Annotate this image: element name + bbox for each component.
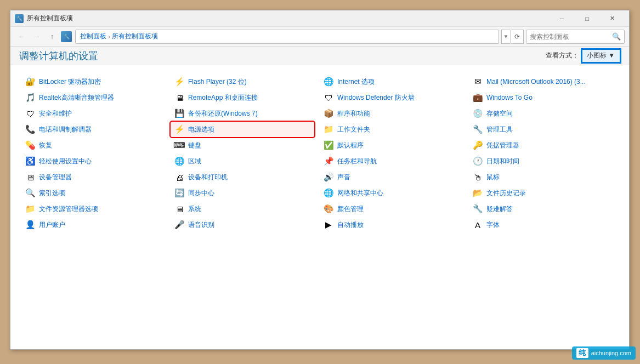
cp-item-keyboard[interactable]: ⌨键盘 — [171, 138, 314, 153]
troubleshoot-label: 疑难解答 — [486, 204, 513, 214]
file-history-label: 文件历史记录 — [486, 189, 526, 198]
cp-item-power[interactable]: ⚡电源选项 — [171, 122, 314, 137]
view-dropdown[interactable]: 小图标 ▼ — [582, 49, 620, 62]
cp-item-taskbar[interactable]: 📌任务栏和导航 — [320, 153, 463, 169]
watermark-text: aichunjing.com — [591, 350, 631, 356]
forward-button[interactable]: → — [30, 30, 43, 43]
cp-item-mail[interactable]: ✉Mail (Microsoft Outlook 2016) (3... — [469, 74, 613, 89]
cp-item-network[interactable]: 🌐网络和共享中心 — [320, 185, 463, 201]
cp-item-color-mgmt[interactable]: 🎨颜色管理 — [320, 201, 463, 217]
remoteapp-icon: 🖥 — [174, 92, 185, 103]
cp-item-sound[interactable]: 🔊声音 — [320, 169, 463, 185]
cp-item-default[interactable]: ✅默认程序 — [320, 138, 463, 153]
cp-item-internet[interactable]: 🌐Internet 选项 — [320, 74, 463, 89]
search-input[interactable] — [530, 33, 612, 41]
index-icon: 🔍 — [25, 187, 36, 198]
title-bar: 🔧 所有控制面板项 ─ □ ✕ — [10, 10, 629, 27]
admin-tools-label: 管理工具 — [486, 125, 513, 134]
cp-item-index[interactable]: 🔍索引选项 — [21, 185, 165, 201]
path-control-panel[interactable]: 控制面板 — [80, 32, 106, 41]
programs-icon: 📦 — [323, 108, 334, 119]
column-col4: ✉Mail (Microsoft Outlook 2016) (3...💼Win… — [469, 74, 618, 233]
color-mgmt-label: 颜色管理 — [337, 204, 364, 214]
cp-item-admin-tools[interactable]: 🔧管理工具 — [469, 122, 613, 137]
cp-item-defender[interactable]: 🛡Windows Defender 防火墙 — [320, 90, 463, 105]
security-label: 安全和维护 — [39, 109, 72, 118]
defender-icon: 🛡 — [323, 92, 334, 103]
autoplay-icon: ▶ — [323, 219, 334, 230]
region-label: 区域 — [188, 157, 201, 166]
cp-item-mouse[interactable]: 🖱鼠标 — [469, 169, 613, 185]
sound-icon: 🔊 — [323, 172, 334, 183]
realtek-icon: 🎵 — [25, 92, 36, 103]
phone-icon: 📞 — [25, 124, 36, 135]
ease-label: 轻松使用设置中心 — [39, 157, 92, 166]
address-path[interactable]: 控制面板 › 所有控制面板项 — [75, 30, 499, 44]
cp-item-troubleshoot[interactable]: 🔧疑难解答 — [469, 201, 613, 217]
cp-item-file-explorer[interactable]: 📁文件资源管理器选项 — [21, 201, 165, 217]
path-current[interactable]: 所有控制面板项 — [112, 32, 158, 41]
speech-label: 语音识别 — [188, 220, 214, 230]
bitlocker-icon: 🔐 — [25, 76, 36, 87]
file-explorer-label: 文件资源管理器选项 — [39, 204, 98, 214]
workfolders-icon: 📁 — [323, 124, 334, 135]
devices-icon: 🖨 — [174, 172, 185, 183]
security-icon: 🛡 — [25, 108, 36, 119]
close-button[interactable]: ✕ — [600, 12, 625, 25]
file-history-icon: 📂 — [472, 187, 483, 198]
cp-item-sync[interactable]: 🔄同步中心 — [171, 185, 314, 201]
storage-label: 存储空间 — [486, 109, 513, 118]
cp-item-recovery[interactable]: 💊恢复 — [21, 138, 165, 153]
fonts-label: 字体 — [486, 220, 500, 230]
backup-icon: 💾 — [174, 108, 185, 119]
maximize-button[interactable]: □ — [575, 12, 599, 25]
cp-item-datetime[interactable]: 🕐日期和时间 — [469, 153, 613, 169]
cp-item-ease[interactable]: ♿轻松使用设置中心 — [21, 153, 165, 169]
cp-item-user[interactable]: 👤用户账户 — [21, 217, 165, 232]
default-label: 默认程序 — [337, 141, 364, 150]
cp-item-phone[interactable]: 📞电话和调制解调器 — [21, 122, 165, 137]
address-buttons: ▼ ⟳ — [501, 30, 524, 44]
minimize-button[interactable]: ─ — [550, 12, 574, 25]
cp-item-windows-to-go[interactable]: 💼Windows To Go — [469, 90, 613, 105]
watermark-icon: 纯 — [576, 348, 588, 358]
taskbar-label: 任务栏和导航 — [337, 157, 377, 166]
dropdown-arrow[interactable]: ▼ — [501, 30, 510, 44]
sync-label: 同步中心 — [188, 189, 214, 198]
address-bar: ← → ↑ 🔧 控制面板 › 所有控制面板项 ▼ ⟳ 🔍 — [10, 27, 629, 47]
region-icon: 🌐 — [174, 156, 185, 167]
cp-item-speech[interactable]: 🎤语音识别 — [171, 217, 314, 232]
cp-item-region[interactable]: 🌐区域 — [171, 153, 314, 169]
sync-icon: 🔄 — [174, 187, 185, 198]
device-mgr-label: 设备管理器 — [39, 173, 72, 182]
cp-item-bitlocker[interactable]: 🔐BitLocker 驱动器加密 — [21, 74, 165, 89]
search-icon[interactable]: 🔍 — [612, 32, 621, 41]
cp-item-workfolders[interactable]: 📁工作文件夹 — [320, 122, 463, 137]
cp-item-device-mgr[interactable]: 🖥设备管理器 — [21, 169, 165, 185]
back-button[interactable]: ← — [15, 30, 28, 43]
internet-label: Internet 选项 — [337, 77, 375, 87]
device-mgr-icon: 🖥 — [25, 172, 36, 183]
mouse-icon: 🖱 — [472, 172, 483, 183]
cp-item-programs[interactable]: 📦程序和功能 — [320, 106, 463, 121]
cp-item-backup[interactable]: 💾备份和还原(Windows 7) — [171, 106, 314, 121]
cp-item-file-history[interactable]: 📂文件历史记录 — [469, 185, 613, 201]
datetime-icon: 🕐 — [472, 156, 483, 167]
up-button[interactable]: ↑ — [46, 30, 59, 43]
refresh-button[interactable]: ⟳ — [511, 30, 524, 44]
cp-item-credentials[interactable]: 🔑凭据管理器 — [469, 138, 613, 153]
cp-item-system[interactable]: 🖥系统 — [171, 201, 314, 217]
windows-to-go-label: Windows To Go — [486, 94, 533, 101]
column-col2: ⚡Flash Player (32 位)🖥RemoteApp 和桌面连接💾备份和… — [171, 74, 320, 233]
cp-item-remoteapp[interactable]: 🖥RemoteApp 和桌面连接 — [171, 90, 314, 105]
cp-item-storage[interactable]: 💿存储空间 — [469, 106, 613, 121]
view-label: 查看方式： — [546, 51, 579, 60]
cp-item-autoplay[interactable]: ▶自动播放 — [320, 217, 463, 232]
column-col1: 🔐BitLocker 驱动器加密🎵Realtek高清晰音频管理器🛡安全和维护📞电… — [21, 74, 171, 233]
cp-item-security[interactable]: 🛡安全和维护 — [21, 106, 165, 121]
cp-item-flash[interactable]: ⚡Flash Player (32 位) — [171, 74, 314, 89]
cp-item-fonts[interactable]: A字体 — [469, 217, 613, 232]
programs-label: 程序和功能 — [337, 109, 370, 118]
cp-item-devices[interactable]: 🖨设备和打印机 — [171, 169, 314, 185]
cp-item-realtek[interactable]: 🎵Realtek高清晰音频管理器 — [21, 90, 165, 105]
